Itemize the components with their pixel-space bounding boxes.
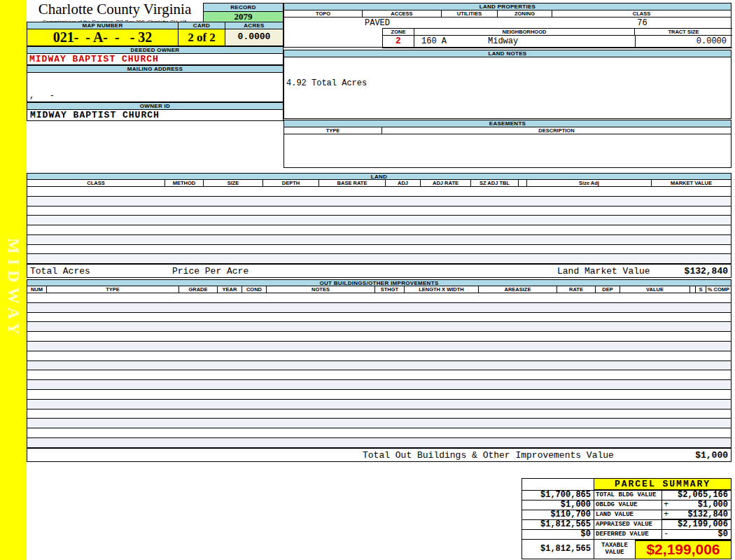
col-land-sz-adj-tbl: SZ ADJ TBL: [471, 180, 519, 187]
prior-deferred-value: $0: [522, 530, 594, 540]
current-total-bldg-value: $2,065,166: [662, 491, 731, 500]
col-land-adj: ADJ: [386, 180, 421, 187]
col-access: ACCESS: [363, 10, 442, 18]
deferred-value-label: DEFERRED VALUE: [594, 530, 662, 540]
total-acres-label: Total Acres: [30, 266, 90, 276]
col-ob-value: VALUE: [620, 286, 690, 293]
owner-panel-values: 021- - A- - - 32 2 of 2 0.0000: [27, 29, 284, 46]
parcel-summary: PARCEL SUMMARY $1,700,865 TOTAL BLDG VAL…: [522, 478, 732, 559]
sign: -: [664, 530, 668, 539]
col-land-spacer: [519, 180, 527, 187]
col-ob-areasize: AREASIZE: [479, 286, 557, 293]
tract-size-label: TRACT SIZE: [635, 29, 732, 36]
price-per-acre-label: Price Per Acre: [172, 266, 248, 276]
neighborhood-side-strip: MIDWAY: [0, 0, 27, 560]
col-ob-spacer: [690, 286, 696, 293]
land-notes-box: 4.92 Total Acres: [284, 57, 732, 119]
zone-values: 2 160 A Midway 0.0000: [383, 36, 732, 48]
neighborhood-name: Midway: [488, 36, 518, 47]
current-obldg-value: + $1,000: [662, 500, 731, 510]
col-ob-notes: NOTES: [267, 286, 375, 293]
summary-row-obldg: $1,000 OBLDG VALUE + $1,000: [522, 500, 731, 510]
deeded-owner-label: DEEDED OWNER: [27, 46, 284, 54]
taxable-value: $2,199,006: [636, 540, 731, 559]
obldg-value-label: OBLDG VALUE: [594, 500, 662, 510]
col-zoning: ZONING: [498, 10, 552, 18]
land-properties-columns: TOPO ACCESS UTILITIES ZONING CLASS: [284, 10, 732, 18]
map-number-value: 021- - A- - - 32: [27, 29, 178, 46]
col-easement-type: TYPE: [284, 127, 382, 134]
land-properties-values: PAVED 76: [284, 18, 732, 28]
col-ob-grade: GRADE: [179, 286, 218, 293]
summary-row-taxable: $1,812,565 TAXABLE VALUE $2,199,006: [522, 540, 731, 559]
col-land-size: SIZE: [204, 180, 263, 187]
zone-value: 2: [383, 36, 414, 48]
land-properties-title: LAND PROPERTIES: [284, 3, 732, 10]
current-deferred-value: - $0: [662, 530, 731, 540]
amount: $2,199,006: [678, 520, 728, 529]
summary-row-appraised: $1,812,565 APPRAISED VALUE $2,199,006: [522, 520, 731, 530]
col-easement-description: DESCRIPTION: [382, 127, 731, 134]
land-notes-panel: LAND NOTES 4.92 Total Acres: [284, 50, 732, 119]
col-land-method: METHOD: [165, 180, 204, 187]
acres-label: ACRES: [225, 22, 284, 29]
outbuildings-columns: NUM TYPE GRADE YEAR COND NOTES STHGT LEN…: [27, 286, 732, 293]
easements-title: EASEMENTS: [284, 120, 732, 127]
sign: +: [664, 500, 668, 510]
col-ob-type: TYPE: [47, 286, 179, 293]
map-number-label: MAP NUMBER: [27, 22, 178, 29]
prior-land-value: $110,700: [522, 510, 594, 520]
neighborhood-code: 160 A: [421, 36, 447, 47]
land-note: 4.92 Total Acres: [286, 78, 367, 88]
outbuildings-table: OUT BUILDINGS/OTHER IMPROVEMENTS NUM TYP…: [27, 279, 732, 462]
zone-row: ZONE NEIGHBORHOOD TRACT SIZE 2 160 A Mid…: [284, 28, 732, 48]
owner-id-label: OWNER ID: [27, 102, 284, 110]
col-ob-cond: COND: [242, 286, 267, 293]
record-box: RECORD 2079: [203, 3, 284, 22]
easements-columns: TYPE DESCRIPTION: [284, 127, 732, 134]
col-ob-rate: RATE: [557, 286, 596, 293]
col-ob-pct-comp: % COMP: [706, 286, 731, 293]
prior-taxable-value: $1,812,565: [522, 540, 594, 559]
col-ob-sthgt: STHGT: [375, 286, 405, 293]
record-value: 2079: [203, 12, 284, 22]
card-value: 2 of 2: [178, 29, 225, 46]
card-label: CARD: [178, 22, 225, 29]
amount: $0: [718, 530, 728, 539]
col-land-adj-rate: ADJ RATE: [421, 180, 471, 187]
access-value: PAVED: [365, 18, 390, 28]
neighborhood-label: NEIGHBORHOOD: [414, 29, 635, 36]
easements-empty-box: [284, 134, 732, 168]
col-ob-year: YEAR: [218, 286, 242, 293]
parcel-summary-title: PARCEL SUMMARY: [594, 479, 731, 491]
mailing-address-value: , -: [29, 91, 55, 101]
taxable-value-label: TAXABLE VALUE: [594, 540, 636, 559]
outbuildings-total-value: $1,000: [695, 450, 728, 461]
owner-id-value: MIDWAY BAPTIST CHURCH: [27, 110, 284, 121]
neighborhood-value: 160 A Midway: [414, 36, 635, 48]
mailing-address-box: , -: [27, 73, 284, 102]
county-title: Charlotte County Virginia: [27, 1, 203, 18]
amount: $2,065,166: [678, 491, 728, 500]
col-ob-s: S: [696, 286, 706, 293]
land-total-row: Total Acres Price Per Acre Land Market V…: [27, 264, 732, 278]
land-table-columns: CLASS METHOD SIZE DEPTH BASE RATE ADJ AD…: [27, 180, 732, 187]
amount: $1,000: [698, 500, 728, 510]
prior-total-bldg-value: $1,700,865: [522, 491, 594, 500]
zone-box: ZONE NEIGHBORHOOD TRACT SIZE 2 160 A Mid…: [382, 28, 732, 48]
tract-size-value: 0.0000: [635, 36, 732, 48]
outbuildings-total-row: Total Out Buildings & Other Improvements…: [27, 448, 732, 462]
col-topo: TOPO: [284, 10, 363, 18]
col-ob-length-width: LENGTH X WIDTH: [405, 286, 479, 293]
outbuildings-total-label: Total Out Buildings & Other Improvements…: [363, 450, 614, 461]
zone-headers: ZONE NEIGHBORHOOD TRACT SIZE: [383, 29, 732, 36]
land-notes-title: LAND NOTES: [284, 50, 732, 57]
land-properties-panel: LAND PROPERTIES TOPO ACCESS UTILITIES ZO…: [284, 3, 732, 48]
easements-panel: EASEMENTS TYPE DESCRIPTION: [284, 120, 732, 168]
land-market-value-label: Land Market Value: [557, 266, 650, 276]
col-land-size-adj: Size Adj: [527, 180, 652, 187]
vertical-neighborhood-label: MIDWAY: [4, 238, 23, 340]
land-table-title: LAND: [27, 173, 732, 180]
outbuildings-empty-rows: [27, 293, 732, 448]
acres-value: 0.0000: [225, 29, 284, 46]
